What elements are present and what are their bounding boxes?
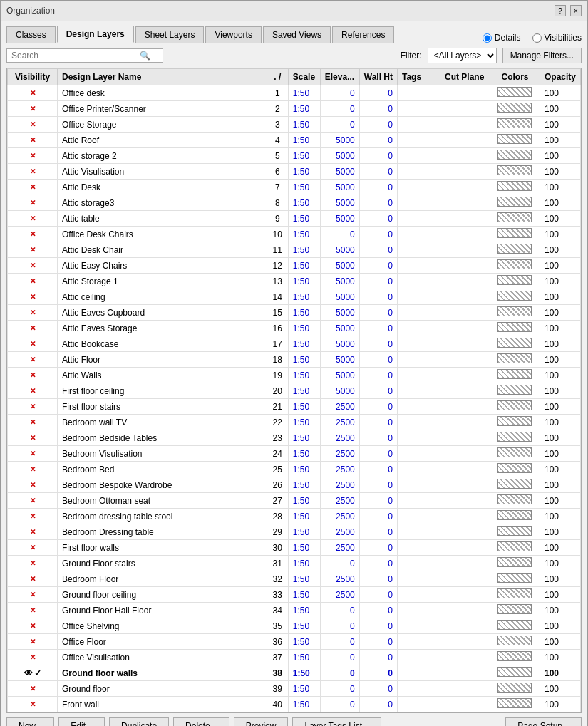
color-cell[interactable] — [490, 540, 540, 556]
table-row[interactable]: ✕Attic Floor181:5050000100 — [8, 352, 581, 368]
table-row[interactable]: ✕Ground floor ceiling331:5025000100 — [8, 587, 581, 603]
page-setup-button[interactable]: Page Setup... — [505, 717, 582, 726]
visibility-cell[interactable]: ✕ — [8, 164, 58, 180]
color-swatch[interactable] — [497, 306, 532, 316]
color-swatch[interactable] — [497, 353, 532, 363]
table-row[interactable]: ✕Office desk11:5000100 — [8, 85, 581, 101]
color-swatch[interactable] — [497, 259, 532, 269]
color-cell[interactable] — [490, 289, 540, 305]
visibility-cell[interactable]: ✕ — [8, 446, 58, 462]
visibility-cell[interactable]: ✕ — [8, 305, 58, 321]
color-swatch[interactable] — [497, 338, 532, 348]
color-cell[interactable] — [490, 477, 540, 493]
visibility-cell[interactable]: ✕ — [8, 211, 58, 227]
color-cell[interactable] — [490, 524, 540, 540]
visibility-cell[interactable]: ✕ — [8, 618, 58, 634]
color-swatch[interactable] — [497, 447, 532, 457]
visibility-cell[interactable]: ✕ — [8, 650, 58, 665]
visibility-cell[interactable]: ✕ — [8, 462, 58, 477]
color-swatch[interactable] — [497, 416, 532, 426]
color-swatch[interactable] — [497, 181, 532, 191]
table-row[interactable]: ✕Bedroom Floor321:5025000100 — [8, 571, 581, 587]
layer-tags-button[interactable]: Layer Tags List... — [292, 717, 381, 726]
preview-button[interactable]: Preview — [234, 717, 289, 726]
color-cell[interactable] — [490, 180, 540, 195]
color-swatch[interactable] — [497, 275, 532, 285]
table-row[interactable]: ✕Ground Floor Hall Floor341:5000100 — [8, 603, 581, 618]
color-cell[interactable] — [490, 681, 540, 697]
visibility-cell[interactable]: ✕ — [8, 148, 58, 164]
table-row[interactable]: ✕Office Floor361:5000100 — [8, 634, 581, 650]
color-cell[interactable] — [490, 462, 540, 477]
table-row[interactable]: ✕Attic table91:5050000100 — [8, 211, 581, 227]
color-swatch[interactable] — [497, 651, 532, 661]
visibility-cell[interactable]: ✕ — [8, 399, 58, 415]
visibility-cell[interactable]: ✕ — [8, 383, 58, 399]
visibility-cell[interactable]: ✕ — [8, 430, 58, 446]
color-swatch[interactable] — [497, 385, 532, 395]
visibility-cell[interactable]: ✕ — [8, 180, 58, 195]
table-row[interactable]: ✕Bedroom dressing table stool281:5025000… — [8, 509, 581, 524]
manage-filters-button[interactable]: Manage Filters... — [502, 48, 582, 63]
table-row[interactable]: ✕Bedroom Visulisation241:5025000100 — [8, 446, 581, 462]
visibility-cell[interactable]: ✕ — [8, 524, 58, 540]
color-cell[interactable] — [490, 227, 540, 242]
tab-sheet-layers[interactable]: Sheet Layers — [135, 26, 205, 43]
visibility-cell[interactable]: ✕ — [8, 587, 58, 603]
visibility-cell[interactable]: ✕ — [8, 117, 58, 133]
visibility-cell[interactable]: ✕ — [8, 681, 58, 697]
color-swatch[interactable] — [497, 573, 532, 583]
table-row[interactable]: ✕Bedroom Ottoman seat271:5025000100 — [8, 493, 581, 509]
visibility-cell[interactable]: ✕ — [8, 509, 58, 524]
visibility-cell[interactable]: ✕ — [8, 195, 58, 211]
visibility-cell[interactable]: ✕ — [8, 133, 58, 148]
color-swatch[interactable] — [497, 212, 532, 222]
table-row[interactable]: ✕Attic Storage 1131:5050000100 — [8, 274, 581, 289]
table-row[interactable]: ✕Bedroom Bespoke Wardrobe261:5025000100 — [8, 477, 581, 493]
visibility-cell[interactable]: ✕ — [8, 227, 58, 242]
table-row[interactable]: ✕Attic ceiling141:5050000100 — [8, 289, 581, 305]
color-swatch[interactable] — [497, 400, 532, 410]
color-cell[interactable] — [490, 117, 540, 133]
color-cell[interactable] — [490, 446, 540, 462]
color-cell[interactable] — [490, 618, 540, 634]
color-swatch[interactable] — [497, 118, 532, 128]
table-row[interactable]: ✕Attic Eaves Cupboard151:5050000100 — [8, 305, 581, 321]
table-row[interactable]: ✕Office Printer/Scanner21:5000100 — [8, 101, 581, 117]
color-swatch[interactable] — [497, 197, 532, 207]
search-input[interactable] — [11, 51, 140, 61]
color-cell[interactable] — [490, 101, 540, 117]
color-cell[interactable] — [490, 305, 540, 321]
color-swatch[interactable] — [497, 683, 532, 693]
color-swatch[interactable] — [497, 291, 532, 301]
color-cell[interactable] — [490, 697, 540, 712]
color-swatch[interactable] — [497, 463, 532, 473]
color-cell[interactable] — [490, 556, 540, 571]
tab-design-layers[interactable]: Design Layers — [57, 26, 134, 43]
table-row[interactable]: ✕Attic Eaves Storage161:5050000100 — [8, 321, 581, 336]
color-cell[interactable] — [490, 650, 540, 665]
table-row[interactable]: ✕Bedroom wall TV221:5025000100 — [8, 415, 581, 430]
visibility-cell[interactable]: ✕ — [8, 540, 58, 556]
visibility-cell[interactable]: ✕ — [8, 258, 58, 274]
color-swatch[interactable] — [497, 541, 532, 551]
color-cell[interactable] — [490, 368, 540, 383]
color-swatch[interactable] — [497, 244, 532, 254]
radio-details[interactable]: Details — [483, 33, 521, 43]
color-cell[interactable] — [490, 133, 540, 148]
filter-select[interactable]: <All Layers> — [428, 48, 497, 63]
color-cell[interactable] — [490, 336, 540, 352]
table-row[interactable]: ✕Attic storage381:5050000100 — [8, 195, 581, 211]
visibility-cell[interactable]: ✕ — [8, 289, 58, 305]
color-cell[interactable] — [490, 195, 540, 211]
color-swatch[interactable] — [497, 150, 532, 160]
visibility-cell[interactable]: ✕ — [8, 274, 58, 289]
table-row[interactable]: ✕Attic Visulisation61:5050000100 — [8, 164, 581, 180]
color-swatch[interactable] — [497, 87, 532, 97]
color-swatch[interactable] — [497, 494, 532, 504]
visibility-cell[interactable]: ✕ — [8, 493, 58, 509]
color-cell[interactable] — [490, 509, 540, 524]
color-cell[interactable] — [490, 85, 540, 101]
table-row[interactable]: ✕Ground floor391:5000100 — [8, 681, 581, 697]
visibility-cell[interactable]: ✕ — [8, 85, 58, 101]
